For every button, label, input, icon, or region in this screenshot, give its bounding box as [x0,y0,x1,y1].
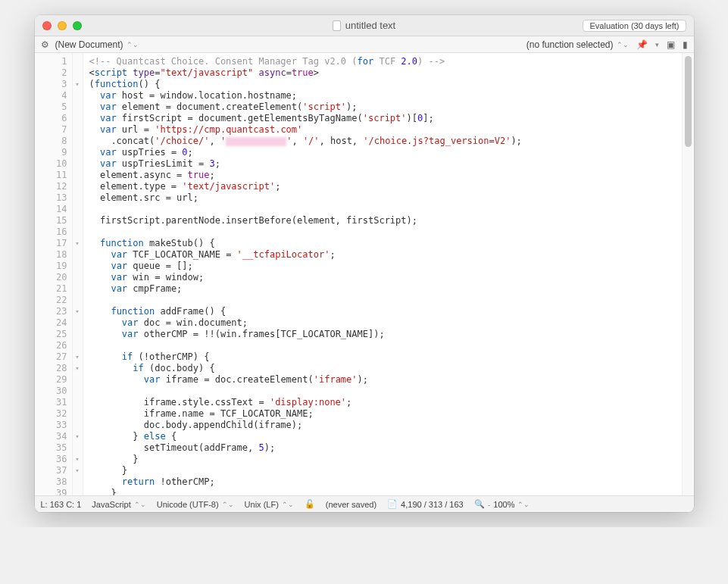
line-number[interactable]: 34 [35,431,67,442]
code-line[interactable]: iframe.name = TCF_LOCATOR_NAME; [89,408,676,420]
line-number[interactable]: 5 [35,101,67,113]
code-line[interactable]: <script type="text/javascript" async=tru… [89,67,676,79]
code-line[interactable] [89,386,676,397]
line-number[interactable]: 32 [35,408,67,420]
fold-marker[interactable]: ▾ [73,351,83,363]
lock-status[interactable]: 🔓 [305,499,315,509]
dropdown-icon[interactable]: ▾ [655,41,659,48]
zoom-control[interactable]: 🔍 - 100% ⌃⌄ [474,499,530,509]
code-line[interactable]: setTimeout(addFrame, 5); [89,442,676,454]
fold-marker[interactable]: ▾ [73,465,83,476]
code-line[interactable]: element.async = true; [89,170,676,181]
code-line[interactable]: var queue = []; [89,261,676,272]
code-line[interactable]: iframe.style.cssText = 'display:none'; [89,397,676,408]
code-line[interactable] [89,204,676,215]
code-line[interactable] [89,226,676,238]
scrollbar-track[interactable] [682,53,694,495]
code-line[interactable]: } [89,454,676,465]
fold-marker[interactable]: ▾ [73,306,83,317]
code-line[interactable]: var otherCMP = !!(win.frames[TCF_LOCATOR… [89,329,676,340]
code-editor[interactable]: <!-- Quantcast Choice. Consent Manager T… [83,53,682,495]
fold-marker[interactable]: ▾ [73,238,83,249]
line-number[interactable]: 3 [35,79,67,90]
code-line[interactable]: var uspTries = 0; [89,147,676,158]
minimize-button[interactable] [58,21,67,30]
fold-marker[interactable]: ▾ [73,363,83,374]
line-number[interactable]: 20 [35,272,67,283]
code-line[interactable]: .concat('/choice/', '', '/', host, '/cho… [89,136,676,147]
line-number[interactable]: 9 [35,147,67,158]
line-number[interactable]: 33 [35,420,67,431]
stack-icon[interactable]: ▣ [667,39,675,50]
line-number[interactable]: 26 [35,340,67,351]
line-number[interactable]: 16 [35,226,67,238]
code-line[interactable]: var host = window.location.hostname; [89,90,676,101]
line-number-gutter[interactable]: 1234567891011121314151617181920212223242… [35,53,73,495]
code-line[interactable]: <!-- Quantcast Choice. Consent Manager T… [89,56,676,67]
code-line[interactable]: (function() { [89,79,676,90]
line-number[interactable]: 18 [35,249,67,261]
encoding-picker[interactable]: Unicode (UTF-8) ⌃⌄ [157,500,234,509]
line-number[interactable]: 8 [35,136,67,147]
code-line[interactable]: firstScript.parentNode.insertBefore(elem… [89,215,676,226]
close-button[interactable] [42,21,52,30]
line-number[interactable]: 12 [35,181,67,192]
line-number[interactable]: 2 [35,67,67,79]
code-line[interactable]: if (doc.body) { [89,363,676,374]
code-line[interactable]: var firstScript = document.getElementsBy… [89,113,676,124]
code-line[interactable]: var doc = win.document; [89,317,676,329]
line-number[interactable]: 35 [35,442,67,454]
code-line[interactable] [89,340,676,351]
pin-icon[interactable]: 📌 [636,39,648,50]
line-number[interactable]: 14 [35,204,67,215]
line-number[interactable]: 15 [35,215,67,226]
code-line[interactable]: element.type = 'text/javascript'; [89,181,676,192]
line-number[interactable]: 10 [35,158,67,170]
code-line[interactable]: var element = document.createElement('sc… [89,101,676,113]
line-number[interactable]: 7 [35,124,67,136]
line-number[interactable]: 31 [35,397,67,408]
line-number[interactable]: 22 [35,295,67,306]
code-line[interactable] [89,295,676,306]
line-ending-picker[interactable]: Unix (LF) ⌃⌄ [245,500,294,509]
line-number[interactable]: 21 [35,283,67,295]
line-number[interactable]: 36 [35,454,67,465]
page-icon[interactable]: ▮ [683,39,688,50]
language-picker[interactable]: JavaScript ⌃⌄ [92,500,145,509]
line-number[interactable]: 29 [35,374,67,386]
document-picker[interactable]: (New Document) ⌃⌄ [55,39,139,50]
line-number[interactable]: 30 [35,386,67,397]
code-line[interactable]: function makeStub() { [89,238,676,249]
evaluation-badge[interactable]: Evaluation (30 days left) [583,20,686,32]
file-stats[interactable]: 📄 4,190 / 313 / 163 [387,499,464,509]
code-line[interactable]: var iframe = doc.createElement('iframe')… [89,374,676,386]
line-number[interactable]: 17 [35,238,67,249]
line-number[interactable]: 1 [35,56,67,67]
scrollbar-thumb[interactable] [685,56,692,147]
cursor-position[interactable]: L: 163 C: 1 [41,500,82,509]
line-number[interactable]: 23 [35,306,67,317]
function-picker[interactable]: (no function selected) ⌃⌄ [526,39,629,50]
code-line[interactable]: element.src = url; [89,192,676,204]
code-line[interactable]: var uspTriesLimit = 3; [89,158,676,170]
line-number[interactable]: 6 [35,113,67,124]
line-number[interactable]: 28 [35,363,67,374]
line-number[interactable]: 24 [35,317,67,329]
code-line[interactable]: } [89,488,676,495]
line-number[interactable]: 38 [35,476,67,488]
line-number[interactable]: 13 [35,192,67,204]
gear-icon[interactable]: ⚙ [41,39,49,50]
line-number[interactable]: 27 [35,351,67,363]
code-line[interactable]: } [89,465,676,476]
line-number[interactable]: 11 [35,170,67,181]
line-number[interactable]: 37 [35,465,67,476]
code-line[interactable]: } else { [89,431,676,442]
code-line[interactable]: function addFrame() { [89,306,676,317]
line-number[interactable]: 19 [35,261,67,272]
code-line[interactable]: doc.body.appendChild(iframe); [89,420,676,431]
maximize-button[interactable] [73,21,82,30]
code-line[interactable]: var win = window; [89,272,676,283]
line-number[interactable]: 4 [35,90,67,101]
code-line[interactable]: return !otherCMP; [89,476,676,488]
code-line[interactable]: if (!otherCMP) { [89,351,676,363]
